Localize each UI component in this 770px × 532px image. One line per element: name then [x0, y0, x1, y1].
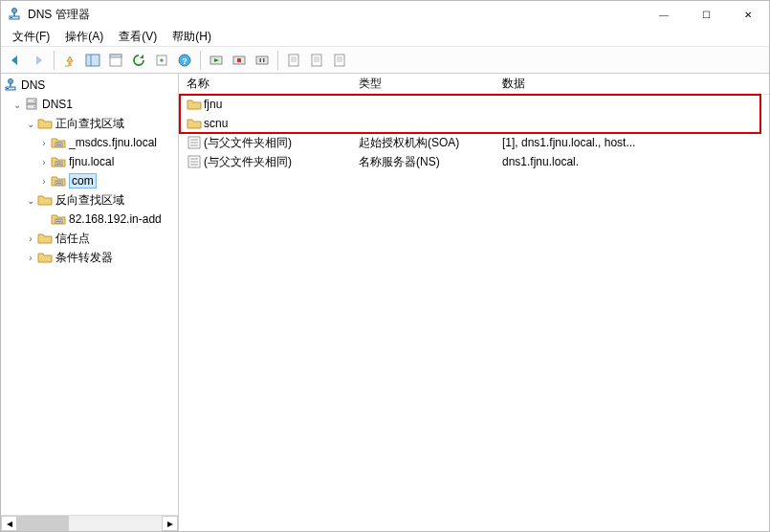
zone-icon — [51, 154, 66, 169]
tree-forward-zone[interactable]: ⌄ 正向查找区域 — [3, 114, 178, 133]
scroll-track[interactable] — [17, 516, 162, 531]
scroll-thumb[interactable] — [17, 516, 69, 531]
dns-icon — [3, 78, 18, 93]
pause-icon — [254, 53, 270, 68]
toolbar-separator — [54, 51, 55, 70]
sheet-icon — [309, 53, 324, 68]
cell-name: fjnu — [204, 98, 222, 111]
zone-icon — [51, 173, 66, 188]
menu-view[interactable]: 查看(V) — [111, 29, 165, 45]
sheet1-button[interactable] — [283, 50, 304, 71]
properties-button[interactable] — [105, 50, 126, 71]
folder-icon — [37, 231, 53, 246]
help-button[interactable] — [174, 50, 195, 71]
tree-root-dns[interactable]: DNS — [3, 76, 178, 95]
tree-reverse-zone[interactable]: ⌄ 反向查找区域 — [3, 190, 178, 210]
title-bar: DNS 管理器 — ☐ ✕ — [1, 1, 769, 28]
tree-label: 条件转发器 — [55, 250, 113, 266]
tree-label: 信任点 — [55, 231, 90, 247]
expand-icon[interactable]: › — [24, 233, 37, 244]
tree-label: _msdcs.fjnu.local — [69, 136, 157, 149]
menu-file[interactable]: 文件(F) — [5, 29, 57, 45]
menu-bar: 文件(F) 操作(A) 查看(V) 帮助(H) — [1, 28, 769, 47]
expand-icon[interactable]: › — [24, 253, 37, 263]
folder-icon — [187, 97, 202, 112]
collapse-icon[interactable]: ⌄ — [24, 195, 37, 206]
tree-server[interactable]: ⌄ DNS1 — [3, 95, 178, 114]
forward-button[interactable] — [28, 50, 49, 71]
tree-zone-msdcs[interactable]: › _msdcs.fjnu.local — [3, 133, 178, 152]
pause-button[interactable] — [252, 50, 273, 71]
export-icon — [154, 53, 169, 68]
tree-pane: DNS ⌄ DNS1 ⌄ 正向查找区域 › _msdcs.fjnu.local — [1, 74, 179, 531]
tree-zone-com[interactable]: › com — [3, 171, 178, 190]
tree-label: DNS — [21, 78, 45, 92]
folder-icon — [37, 250, 53, 265]
up-folder-icon — [62, 53, 77, 68]
tree-horizontal-scrollbar[interactable]: ◂ ▸ — [1, 515, 178, 531]
sheet-icon — [286, 53, 301, 68]
forward-icon — [31, 53, 46, 68]
column-header-type[interactable]: 类型 — [351, 76, 495, 92]
record-icon — [187, 154, 202, 169]
back-icon — [8, 53, 23, 68]
scroll-left-icon[interactable]: ◂ — [1, 516, 17, 531]
cell-data: dns1.fjnu.local. — [502, 155, 579, 168]
tree-label: DNS1 — [42, 98, 73, 111]
collapse-icon[interactable]: ⌄ — [11, 100, 24, 110]
stop-icon — [231, 53, 247, 68]
collapse-icon[interactable]: ⌄ — [24, 119, 37, 129]
tree-zone-reverse-item[interactable]: 82.168.192.in-add — [3, 210, 178, 229]
help-icon — [177, 53, 192, 68]
list-row[interactable]: (与父文件夹相同) 起始授权机构(SOA) [1], dns1.fjnu.loc… — [179, 133, 769, 152]
app-icon — [7, 7, 22, 22]
close-button[interactable]: ✕ — [727, 1, 769, 28]
menu-help[interactable]: 帮助(H) — [165, 29, 219, 45]
tree-conditional-forwarders[interactable]: › 条件转发器 — [3, 248, 178, 267]
cell-name: (与父文件夹相同) — [204, 135, 292, 151]
list-body[interactable]: fjnu scnu (与父文件夹相同) 起始授权机构(SOA) [1], dns… — [179, 95, 769, 531]
tree-label: com — [69, 173, 97, 188]
list-row[interactable]: fjnu — [179, 95, 769, 114]
list-row[interactable]: (与父文件夹相同) 名称服务器(NS) dns1.fjnu.local. — [179, 152, 769, 171]
folder-icon — [187, 116, 202, 131]
app-window: DNS 管理器 — ☐ ✕ 文件(F) 操作(A) 查看(V) 帮助(H) — [0, 0, 770, 532]
tree-label: 反向查找区域 — [55, 192, 124, 209]
toolbar — [1, 47, 769, 74]
sheet3-button[interactable] — [329, 50, 350, 71]
expand-icon[interactable]: › — [37, 157, 51, 167]
window-controls: — ☐ ✕ — [643, 1, 769, 28]
sheet2-button[interactable] — [306, 50, 327, 71]
properties-icon — [108, 53, 123, 68]
list-header: 名称 类型 数据 — [179, 74, 769, 95]
tree-label: 正向查找区域 — [55, 116, 124, 132]
tree-label: fjnu.local — [69, 155, 114, 168]
cell-name: (与父文件夹相同) — [204, 154, 292, 170]
cell-data: [1], dns1.fjnu.local., host... — [502, 136, 635, 149]
sheet-icon — [332, 53, 347, 68]
body-split: DNS ⌄ DNS1 ⌄ 正向查找区域 › _msdcs.fjnu.local — [1, 74, 769, 531]
stop-button[interactable] — [229, 50, 250, 71]
refresh-icon — [131, 53, 146, 68]
scroll-right-icon[interactable]: ▸ — [162, 516, 178, 531]
tree-label: 82.168.192.in-add — [69, 212, 162, 226]
panes-button[interactable] — [82, 50, 103, 71]
cell-name: scnu — [204, 117, 228, 130]
refresh-button[interactable] — [128, 50, 149, 71]
expand-icon[interactable]: › — [37, 138, 51, 148]
expand-icon[interactable]: › — [37, 176, 51, 187]
cell-type: 起始授权机构(SOA) — [359, 135, 459, 151]
menu-action[interactable]: 操作(A) — [57, 29, 111, 45]
back-button[interactable] — [5, 50, 26, 71]
start-button[interactable] — [206, 50, 227, 71]
maximize-button[interactable]: ☐ — [685, 1, 727, 28]
tree-trust-points[interactable]: › 信任点 — [3, 229, 178, 248]
column-header-name[interactable]: 名称 — [179, 76, 351, 92]
tree-zone-fjnu[interactable]: › fjnu.local — [3, 152, 178, 171]
up-button[interactable] — [59, 50, 80, 71]
tree[interactable]: DNS ⌄ DNS1 ⌄ 正向查找区域 › _msdcs.fjnu.local — [1, 74, 178, 515]
column-header-data[interactable]: 数据 — [495, 76, 769, 92]
minimize-button[interactable]: — — [643, 1, 685, 28]
list-row[interactable]: scnu — [179, 114, 769, 133]
export-button[interactable] — [151, 50, 172, 71]
